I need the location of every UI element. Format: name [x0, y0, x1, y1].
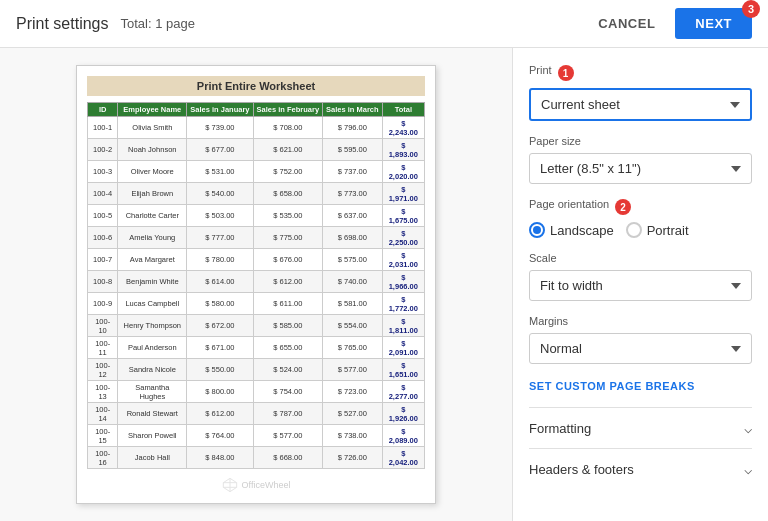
table-cell: Olivia Smith — [118, 117, 187, 139]
table-row: 100-4Elijah Brown$ 540.00$ 658.00$ 773.0… — [88, 183, 425, 205]
custom-breaks-button[interactable]: SET CUSTOM PAGE BREAKS — [529, 380, 695, 392]
table-cell: 100-11 — [88, 337, 118, 359]
table-cell: $ 2,243.00 — [382, 117, 424, 139]
table-cell: Charlotte Carter — [118, 205, 187, 227]
table-cell: $ 612.00 — [253, 271, 323, 293]
table-row: 100-11Paul Anderson$ 671.00$ 655.00$ 765… — [88, 337, 425, 359]
table-cell: $ 540.00 — [187, 183, 253, 205]
table-cell: $ 577.00 — [323, 359, 383, 381]
formatting-label: Formatting — [529, 421, 591, 436]
print-label-row: Print 1 — [529, 64, 752, 82]
table-cell: $ 611.00 — [253, 293, 323, 315]
paper-size-select[interactable]: Letter (8.5" x 11") A4 Legal — [529, 153, 752, 184]
table-cell: $ 740.00 — [323, 271, 383, 293]
table-row: 100-13Samantha Hughes$ 800.00$ 754.00$ 7… — [88, 381, 425, 403]
cancel-button[interactable]: CANCEL — [586, 8, 667, 39]
portrait-option[interactable]: Portrait — [626, 222, 689, 238]
headers-footers-chevron-icon: ⌵ — [744, 461, 752, 477]
table-cell: $ 1,651.00 — [382, 359, 424, 381]
table-cell: $ 575.00 — [323, 249, 383, 271]
table-cell: $ 1,675.00 — [382, 205, 424, 227]
table-cell: $ 754.00 — [253, 381, 323, 403]
table-cell: $ 1,893.00 — [382, 139, 424, 161]
table-cell: $ 739.00 — [187, 117, 253, 139]
table-cell: $ 621.00 — [253, 139, 323, 161]
table-cell: $ 2,250.00 — [382, 227, 424, 249]
table-cell: $ 585.00 — [253, 315, 323, 337]
margins-section: Margins Normal Narrow Wide — [529, 315, 752, 364]
col-name: Employee Name — [118, 103, 187, 117]
header-left: Print settings Total: 1 page — [16, 15, 195, 33]
watermark: OfficeWheel — [87, 477, 425, 493]
table-row: 100-6Amelia Young$ 777.00$ 775.00$ 698.0… — [88, 227, 425, 249]
table-cell: Jacob Hall — [118, 447, 187, 469]
table-cell: 100-15 — [88, 425, 118, 447]
table-row: 100-16Jacob Hall$ 848.00$ 668.00$ 726.00… — [88, 447, 425, 469]
table-cell: $ 612.00 — [187, 403, 253, 425]
table-row: 100-2Noah Johnson$ 677.00$ 621.00$ 595.0… — [88, 139, 425, 161]
table-cell: $ 777.00 — [187, 227, 253, 249]
table-row: 100-5Charlotte Carter$ 503.00$ 535.00$ 6… — [88, 205, 425, 227]
headers-footers-collapsible[interactable]: Headers & footers ⌵ — [529, 448, 752, 489]
col-total: Total — [382, 103, 424, 117]
table-cell: $ 780.00 — [187, 249, 253, 271]
table-cell: $ 637.00 — [323, 205, 383, 227]
portrait-label: Portrait — [647, 223, 689, 238]
table-row: 100-10Henry Thompson$ 672.00$ 585.00$ 55… — [88, 315, 425, 337]
table-cell: Noah Johnson — [118, 139, 187, 161]
table-cell: 100-13 — [88, 381, 118, 403]
table-cell: $ 775.00 — [253, 227, 323, 249]
print-select[interactable]: Current sheet Entire workbook Selection — [529, 88, 752, 121]
table-cell: 100-5 — [88, 205, 118, 227]
table-cell: Sharon Powell — [118, 425, 187, 447]
orientation-radio-group: Landscape Portrait — [529, 222, 752, 238]
table-cell: Lucas Campbell — [118, 293, 187, 315]
print-section: Print 1 Current sheet Entire workbook Se… — [529, 64, 752, 121]
table-cell: $ 1,811.00 — [382, 315, 424, 337]
orientation-label-row: Page orientation 2 — [529, 198, 752, 216]
headers-footers-label: Headers & footers — [529, 462, 634, 477]
table-cell: $ 708.00 — [253, 117, 323, 139]
table-row: 100-7Ava Margaret$ 780.00$ 676.00$ 575.0… — [88, 249, 425, 271]
table-cell: Oliver Moore — [118, 161, 187, 183]
paper-size-section: Paper size Letter (8.5" x 11") A4 Legal — [529, 135, 752, 184]
table-cell: $ 671.00 — [187, 337, 253, 359]
print-badge: 1 — [558, 65, 574, 81]
landscape-radio[interactable] — [529, 222, 545, 238]
table-cell: $ 550.00 — [187, 359, 253, 381]
orientation-label: Page orientation — [529, 198, 609, 210]
table-cell: $ 672.00 — [187, 315, 253, 337]
table-row: 100-14Ronald Stewart$ 612.00$ 787.00$ 52… — [88, 403, 425, 425]
table-cell: $ 773.00 — [323, 183, 383, 205]
settings-panel: Print 1 Current sheet Entire workbook Se… — [512, 48, 768, 521]
table-cell: $ 614.00 — [187, 271, 253, 293]
table-row: 100-1Olivia Smith$ 739.00$ 708.00$ 796.0… — [88, 117, 425, 139]
header-actions: CANCEL NEXT 3 — [586, 8, 752, 39]
margins-select[interactable]: Normal Narrow Wide — [529, 333, 752, 364]
landscape-label: Landscape — [550, 223, 614, 238]
table-cell: $ 796.00 — [323, 117, 383, 139]
table-cell: $ 2,031.00 — [382, 249, 424, 271]
table-cell: Henry Thompson — [118, 315, 187, 337]
portrait-radio[interactable] — [626, 222, 642, 238]
table-cell: $ 765.00 — [323, 337, 383, 359]
next-button[interactable]: NEXT — [675, 8, 752, 39]
table-row: 100-12Sandra Nicole$ 550.00$ 524.00$ 577… — [88, 359, 425, 381]
table-cell: $ 764.00 — [187, 425, 253, 447]
table-cell: $ 595.00 — [323, 139, 383, 161]
table-cell: $ 503.00 — [187, 205, 253, 227]
table-cell: Ronald Stewart — [118, 403, 187, 425]
table-cell: $ 1,926.00 — [382, 403, 424, 425]
scale-select[interactable]: Fit to width Fit to height Normal (100%)… — [529, 270, 752, 301]
table-cell: Ava Margaret — [118, 249, 187, 271]
table-cell: Sandra Nicole — [118, 359, 187, 381]
table-cell: 100-8 — [88, 271, 118, 293]
page-title: Print settings — [16, 15, 108, 33]
formatting-collapsible[interactable]: Formatting ⌵ — [529, 407, 752, 448]
table-cell: $ 2,020.00 — [382, 161, 424, 183]
orientation-section: Page orientation 2 Landscape Portrait — [529, 198, 752, 238]
table-cell: $ 752.00 — [253, 161, 323, 183]
main-content: Print Entire Worksheet ID Employee Name … — [0, 48, 768, 521]
table-cell: 100-3 — [88, 161, 118, 183]
landscape-option[interactable]: Landscape — [529, 222, 614, 238]
